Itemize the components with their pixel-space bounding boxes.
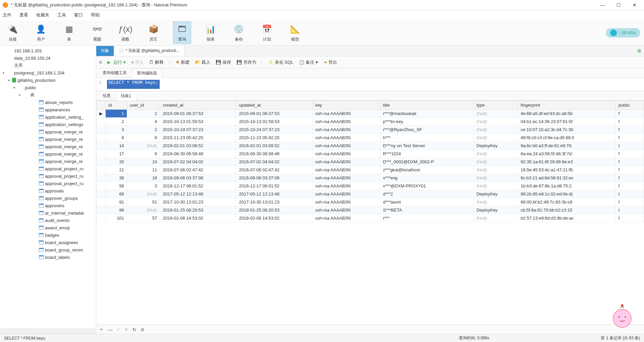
maximize-button[interactable]: ☐ <box>614 2 623 8</box>
toolbar-query[interactable]: 🗔查询 <box>173 21 191 44</box>
table-badges-18[interactable]: badges <box>0 231 96 239</box>
sidebar-h-scrollbar[interactable] <box>0 329 96 334</box>
menu-窗口[interactable]: 窗口 <box>74 12 83 18</box>
table-application_settings-3[interactable]: application_settings <box>0 121 96 128</box>
connection-tree[interactable]: 192.168.1.201data_10.66.150.24主库▾postgre… <box>0 46 96 334</box>
toolbar-fx[interactable]: ƒ(x)函数 <box>117 22 134 44</box>
schema-node[interactable]: ▾public <box>0 84 96 91</box>
server-2[interactable]: 主库 <box>0 62 96 69</box>
table-approver_groups-13[interactable]: approver_groups <box>0 194 96 202</box>
tab-objects[interactable]: 对象 <box>96 46 114 56</box>
col-user_id[interactable]: user_id <box>127 101 160 110</box>
col-type[interactable]: type <box>474 101 518 110</box>
table-abuse_reports-0[interactable]: abuse_reports <box>0 99 96 106</box>
table-appearances-1[interactable]: appearances <box>0 106 96 113</box>
db-node[interactable]: ▾gitlabhq_production <box>0 76 96 84</box>
menu-文件[interactable]: 文件 <box>3 12 11 18</box>
table-approval_merge_re-4[interactable]: approval_merge_re <box>0 128 96 135</box>
table-approval_merge_re-7[interactable]: approval_merge_re <box>0 150 96 158</box>
commit-button[interactable]: ✓ <box>116 327 120 332</box>
table-approval_project_ru-9[interactable]: approval_project_ru <box>0 165 96 172</box>
table-row[interactable]: 1792016-06-30 06:58:482016-06-30 06:58:4… <box>97 150 644 158</box>
table-ar_internal_metadat-15[interactable]: ar_internal_metadat <box>0 209 96 217</box>
tab-query-untitled[interactable]: 📄 * 无标题 @gitlabhq_producti... <box>114 46 184 56</box>
menu-查看[interactable]: 查看 <box>19 12 28 18</box>
col-id[interactable]: id <box>106 101 127 110</box>
col-title[interactable]: title <box>380 101 474 110</box>
server-3[interactable]: ▾postgresql_192.168.1.204 <box>0 69 96 76</box>
hamburger-icon[interactable]: ≡ <box>99 59 102 65</box>
tab-result1[interactable]: 结果1 <box>116 92 136 101</box>
col-public[interactable]: public <box>615 101 644 110</box>
minimize-button[interactable]: — <box>598 2 606 8</box>
table-row[interactable]: 14(Null)2016-02-01 03:08:522016-02-01 03… <box>97 142 644 150</box>
table-row[interactable]: 5632016-12-17 06:01:522016-12-17 06:01:5… <box>97 182 644 190</box>
add-row-button[interactable]: ＋ <box>99 327 104 333</box>
table-approval_project_ru-11[interactable]: approval_project_ru <box>0 180 96 187</box>
col-key[interactable]: key <box>312 101 380 110</box>
table-board_group_recen-20[interactable]: board_group_recen <box>0 246 96 253</box>
table-approval_merge_re-5[interactable]: approval_merge_re <box>0 135 96 143</box>
toolbar-other[interactable]: 📦其它 <box>145 22 162 44</box>
table-row[interactable]: 242015-10-13 01:59:532015-10-13 01:59:53… <box>97 118 644 126</box>
table-approval_project_ru-10[interactable]: approval_project_ru <box>0 172 96 180</box>
close-button[interactable]: ✕ <box>631 2 639 8</box>
tab-query-builder[interactable]: 查询创建工具 <box>98 68 132 77</box>
table-row[interactable]: 91512017-10-30 13:01:232017-10-30 13:01:… <box>97 198 644 206</box>
toolbar-table[interactable]: ▦表 <box>60 22 78 44</box>
server-1[interactable]: data_10.66.150.24 <box>0 54 96 62</box>
table-row[interactable]: 68(Null)2017-05-12 12:13:482017-05-12 12… <box>97 190 644 198</box>
save-button[interactable]: 💾 保存 <box>216 59 231 65</box>
table-approval_merge_re-8[interactable]: approval_merge_re <box>0 158 96 165</box>
table-row[interactable]: 101572018-02-06 14:53:022018-02-06 14:53… <box>97 214 644 222</box>
beautify-button[interactable]: ✨ 美化 SQL <box>268 59 293 65</box>
table-application_setting_-2[interactable]: application_setting_ <box>0 113 96 121</box>
table-row[interactable]: 20102016-07-02 04:04:022016-07-02 04:04:… <box>97 158 644 166</box>
load-button[interactable]: 📂 载入 <box>195 59 210 65</box>
sync-speed-badge[interactable]: ↓ 96 KB/s <box>606 28 640 38</box>
sql-text[interactable]: SELECT * FROM keys; <box>107 80 160 89</box>
toolbar-report[interactable]: 📊报表 <box>202 22 219 44</box>
refresh-button[interactable]: ↻ <box>132 327 137 332</box>
toolbar-plug[interactable]: 🔌连接 <box>4 22 21 44</box>
delete-row-button[interactable]: — <box>108 327 112 332</box>
col-updated_at[interactable]: updated_at <box>236 101 312 110</box>
toolbar-backup[interactable]: 💿备份 <box>230 22 248 44</box>
table-award_emoji-17[interactable]: award_emoji <box>0 224 96 231</box>
menu-工具[interactable]: 工具 <box>57 12 66 18</box>
sql-editor[interactable]: 1 SELECT * FROM keys; <box>96 78 644 91</box>
table-row[interactable]: 99(Null)2018-01-25 06:20:532018-01-25 06… <box>97 206 644 214</box>
menu-收藏夹[interactable]: 收藏夹 <box>36 12 49 18</box>
tables-folder[interactable]: ▾表 <box>0 91 96 99</box>
table-approvers-14[interactable]: approvers <box>0 202 96 209</box>
table-row[interactable]: ▶122015-09-01 06:37:532015-09-01 06:37:5… <box>97 110 644 118</box>
cancel-edit-button[interactable]: ✕ <box>124 327 128 332</box>
note-button[interactable]: 📋 备注 ▾ <box>299 59 318 65</box>
new-button[interactable]: ✚ 新建 <box>176 59 190 65</box>
menu-帮助[interactable]: 帮助 <box>91 12 100 18</box>
add-tab-button[interactable]: ⊕ <box>634 48 644 54</box>
table-audit_events-16[interactable]: audit_events <box>0 217 96 224</box>
stop-load-button[interactable]: ⊘ <box>141 327 145 332</box>
toolbar-view[interactable]: 👓视图 <box>89 22 106 44</box>
table-board_assignees-19[interactable]: board_assignees <box>0 239 96 246</box>
server-0[interactable]: 192.168.1.201 <box>0 47 96 54</box>
table-row[interactable]: 21112016-07-06 02:47:422016-07-06 02:47:… <box>97 166 644 174</box>
table-row[interactable]: 662015-11-23 05:42:252015-11-23 05:42:25… <box>97 134 644 142</box>
table-approvals-12[interactable]: approvals <box>0 187 96 194</box>
col-fingerprint[interactable]: fingerprint <box>518 101 616 110</box>
table-approval_merge_re-6[interactable]: approval_merge_re <box>0 143 96 150</box>
explain-button[interactable]: 🗒 解释 <box>149 59 164 65</box>
table-row[interactable]: 322015-10-24 07:37:232015-10-24 07:37:23… <box>97 126 644 134</box>
toolbar-schedule[interactable]: 📅计划 <box>258 22 276 44</box>
result-grid[interactable]: iduser_idcreated_atupdated_atkeytitletyp… <box>96 101 644 325</box>
export-button[interactable]: ➜ 导出 <box>323 59 337 65</box>
save-as-button[interactable]: 💾 另存为 <box>236 59 256 65</box>
col-created_at[interactable]: created_at <box>160 101 236 110</box>
tab-info[interactable]: 信息 <box>98 91 116 100</box>
tab-query-editor[interactable]: 查询编辑器 <box>132 69 162 78</box>
table-board_labels-21[interactable]: board_labels <box>0 253 96 261</box>
toolbar-model[interactable]: 📐模型 <box>286 22 304 44</box>
toolbar-user[interactable]: 👤用户 <box>32 22 50 44</box>
table-row[interactable]: 38162016-09-08 03:37:062016-09-08 03:37:… <box>97 174 644 182</box>
